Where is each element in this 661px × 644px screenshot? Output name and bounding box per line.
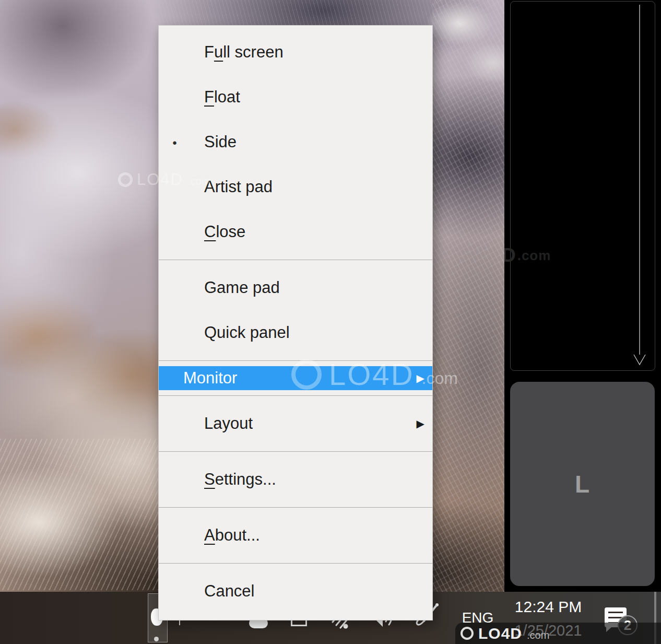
desktop-screen: L LO4D.com ENG xyxy=(0,0,661,644)
menu-separator xyxy=(159,451,432,452)
submenu-arrow-icon: ▶ xyxy=(417,372,424,384)
menu-item-label: Cancel xyxy=(204,582,255,601)
menu-item-label: Layout xyxy=(204,414,253,433)
menu-item-label: Side xyxy=(204,133,237,151)
scroll-down-indicator-icon[interactable] xyxy=(633,4,646,369)
submenu-arrow-icon: ▶ xyxy=(417,417,424,430)
menu-item-artist-pad[interactable]: Artist pad xyxy=(159,165,432,209)
menu-separator xyxy=(159,507,432,508)
menu-item-quick-panel[interactable]: Quick panel xyxy=(159,310,432,355)
menu-item-label: Settings... xyxy=(204,470,276,489)
pen-icon-dot xyxy=(154,637,159,641)
wallpaper-branch-texture-top xyxy=(157,0,449,25)
menu-item-settings[interactable]: Settings... xyxy=(159,457,432,502)
menu-item-label: Close xyxy=(204,223,245,241)
menu-item-label: About... xyxy=(204,526,260,545)
menu-item-cancel[interactable]: Cancel xyxy=(159,569,432,614)
menu-item-game-pad[interactable]: Game pad xyxy=(159,265,432,310)
menu-item-label: Monitor xyxy=(183,369,237,388)
side-panel-upper xyxy=(510,1,655,371)
wallpaper-branch-texture-right xyxy=(432,0,504,592)
menu-item-label: Artist pad xyxy=(204,178,273,196)
menu-separator xyxy=(159,360,432,361)
menu-item-label: Quick panel xyxy=(204,323,290,342)
taskbar-clock[interactable]: 12:24 PM 1/25/2021 xyxy=(507,592,589,644)
menu-separator xyxy=(159,563,432,564)
menu-item-label: Game pad xyxy=(204,278,280,297)
taskbar-edge-sliver xyxy=(654,592,656,644)
menu-separator xyxy=(159,260,432,260)
menu-item-label: Full screen xyxy=(204,43,284,62)
menu-item-monitor[interactable]: Monitor▶ xyxy=(159,366,432,390)
context-menu[interactable]: Full screenFloat●SideArtist padCloseGame… xyxy=(158,25,433,620)
menu-separator xyxy=(159,395,432,396)
panel-letter-label: L xyxy=(575,470,590,498)
language-indicator[interactable]: ENG xyxy=(455,592,500,644)
menu-item-close[interactable]: Close xyxy=(159,209,432,254)
wallpaper-branch-texture-bottomleft xyxy=(0,439,162,590)
menu-item-float[interactable]: Float xyxy=(159,75,432,120)
notification-badge: 2 xyxy=(618,615,638,635)
radio-selected-icon: ● xyxy=(172,138,177,147)
clock-time: 12:24 PM xyxy=(507,598,589,616)
menu-item-full-screen[interactable]: Full screen xyxy=(159,30,432,75)
menu-item-label: Float xyxy=(204,88,240,107)
side-panel-lower: L xyxy=(510,382,655,586)
menu-item-side[interactable]: ●Side xyxy=(159,120,432,165)
menu-item-about[interactable]: About... xyxy=(159,513,432,558)
menu-item-layout[interactable]: Layout▶ xyxy=(159,401,432,446)
side-region: L LO4D.com xyxy=(504,0,661,644)
clock-date: 1/25/2021 xyxy=(507,622,589,639)
